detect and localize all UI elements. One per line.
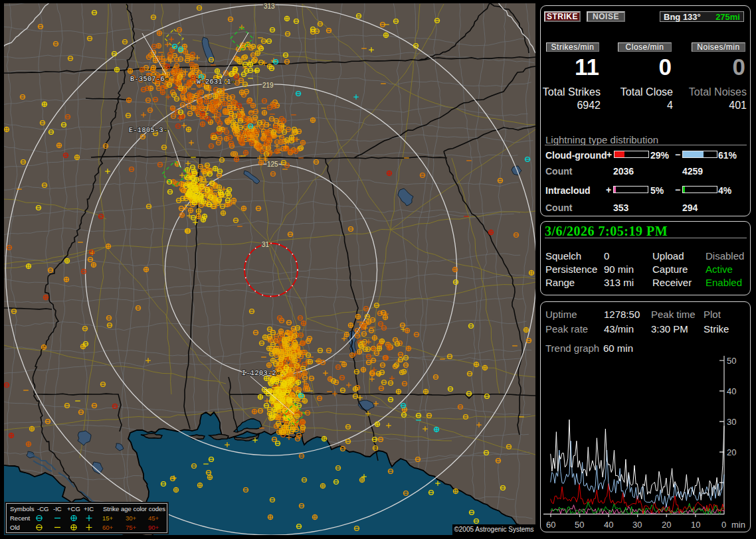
svg-text:20: 20 xyxy=(662,520,671,530)
svg-text:30: 30 xyxy=(632,520,642,530)
svg-text:50: 50 xyxy=(727,356,736,366)
svg-text:10: 10 xyxy=(691,520,700,530)
svg-text:W-2631-1-: W-2631-1- xyxy=(197,78,236,86)
svg-text:40: 40 xyxy=(727,386,736,396)
svg-text:I-1203-2-: I-1203-2- xyxy=(242,370,281,377)
svg-text:125: 125 xyxy=(267,161,278,168)
svg-text:60: 60 xyxy=(546,520,555,530)
svg-text:30: 30 xyxy=(727,417,736,427)
svg-text:B-3507-6-: B-3507-6- xyxy=(130,76,169,83)
svg-text:E-1805-3-: E-1805-3- xyxy=(129,127,168,134)
svg-text:20: 20 xyxy=(727,447,736,457)
svg-text:31: 31 xyxy=(262,241,270,248)
svg-text:40: 40 xyxy=(604,520,613,530)
svg-text:min: min xyxy=(731,520,745,530)
svg-text:313: 313 xyxy=(264,3,275,10)
svg-text:219: 219 xyxy=(262,82,274,89)
svg-text:0: 0 xyxy=(721,520,726,530)
svg-text:50: 50 xyxy=(575,520,584,530)
